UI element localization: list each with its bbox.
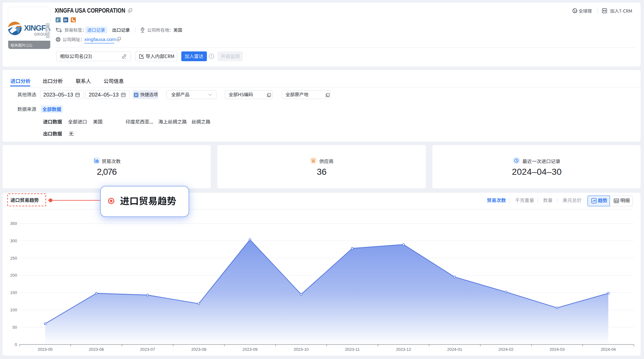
svg-text:2024-04: 2024-04 (601, 347, 616, 352)
svg-text:2023-12: 2023-12 (396, 347, 411, 352)
svg-text:0: 0 (15, 342, 17, 347)
svg-text:e: e (57, 18, 58, 22)
svg-text:2024-02: 2024-02 (498, 347, 514, 352)
svg-text:2024-03: 2024-03 (550, 347, 565, 352)
svg-text:2023-10: 2023-10 (294, 347, 309, 352)
svg-text:2023-08: 2023-08 (191, 347, 206, 352)
svg-text:2023-09: 2023-09 (243, 347, 258, 352)
svg-text:2023-05: 2023-05 (38, 347, 53, 352)
svg-text:350: 350 (10, 221, 17, 226)
svg-text:150: 150 (10, 290, 17, 295)
svg-text:250: 250 (10, 256, 17, 261)
svg-text:100: 100 (10, 308, 17, 312)
svg-text:2023-06: 2023-06 (89, 347, 104, 352)
svg-text:in: in (64, 18, 67, 22)
svg-text:50: 50 (13, 325, 17, 330)
svg-text:200: 200 (10, 273, 17, 278)
svg-text:300: 300 (10, 238, 17, 243)
svg-text:2023-07: 2023-07 (140, 347, 155, 352)
svg-text:2024-01: 2024-01 (447, 347, 462, 352)
svg-text:2023-11: 2023-11 (345, 347, 360, 352)
